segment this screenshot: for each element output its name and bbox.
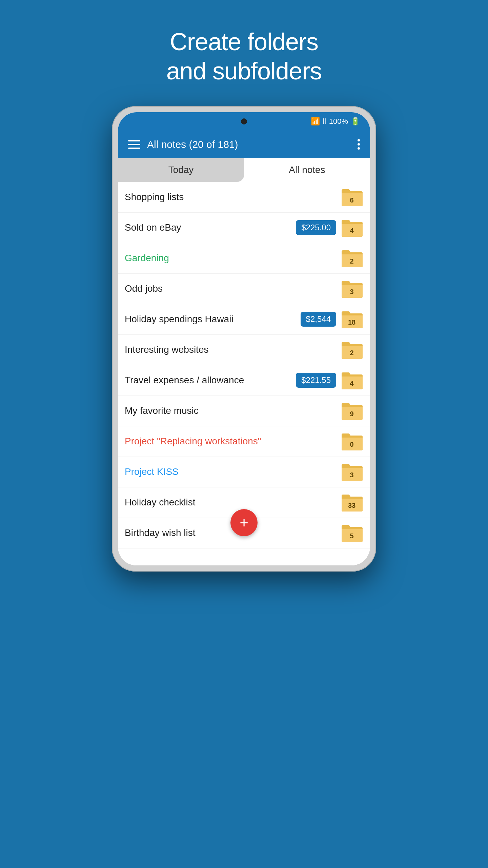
battery-icon: 🔋 [351, 117, 360, 126]
folder-icon: 5 [340, 523, 363, 543]
folder-count: 2 [350, 349, 353, 357]
app-header: All notes (20 of 181) [118, 131, 370, 158]
list-item[interactable] [118, 548, 370, 565]
folder-count: 3 [350, 471, 353, 479]
item-right: $2,544 18 [301, 309, 363, 329]
tab-today[interactable]: Today [118, 158, 244, 182]
item-right: 33 [340, 493, 363, 512]
folder-icon: 9 [340, 401, 363, 421]
folder-icon: 33 [340, 493, 363, 512]
item-label: Shopping lists [125, 192, 184, 202]
item-label: Sold on eBay [125, 222, 181, 233]
list-item[interactable]: Odd jobs 3 [118, 274, 370, 304]
page-title: Create folders and subfolders [166, 27, 322, 86]
header-title: All notes (20 of 181) [147, 139, 238, 150]
add-note-fab[interactable]: + [230, 509, 258, 536]
tab-all-notes[interactable]: All notes [244, 158, 370, 182]
item-label: Project "Replacing workstations" [125, 436, 261, 447]
item-label: Holiday spendings Hawaii [125, 314, 233, 325]
folder-icon: 2 [340, 340, 363, 360]
folder-count: 2 [350, 257, 353, 265]
tabs-bar: Today All notes [118, 158, 370, 182]
notes-list: Shopping lists 6 Sold on eBay [118, 182, 370, 565]
list-item[interactable]: Travel expenses / allowance $221.55 4 [118, 365, 370, 396]
list-item[interactable]: Birthday wish list 5 + [118, 518, 370, 548]
list-item[interactable]: Gardening 2 [118, 243, 370, 274]
item-label: Birthday wish list [125, 527, 196, 538]
status-icons: 📶 Ⅱ 100% 🔋 [311, 117, 360, 126]
item-label: Gardening [125, 253, 169, 264]
price-badge: $221.55 [296, 373, 336, 388]
list-item[interactable]: My favorite music 9 [118, 396, 370, 426]
item-right: 5 [340, 523, 363, 543]
folder-count: 6 [350, 196, 353, 204]
item-right: 2 [340, 340, 363, 360]
folder-count: 5 [350, 532, 353, 540]
add-icon: + [240, 515, 248, 530]
folder-icon: 6 [340, 187, 363, 207]
list-item[interactable]: Interesting websites 2 [118, 335, 370, 365]
item-right: $225.00 4 [296, 218, 363, 237]
battery-indicator: 100% [329, 117, 348, 126]
folder-icon: 2 [340, 248, 363, 268]
folder-count: 33 [348, 502, 355, 509]
wifi-icon: 📶 [311, 117, 320, 126]
item-label: Holiday checklist [125, 497, 196, 508]
item-right: 9 [340, 401, 363, 421]
item-label: Travel expenses / allowance [125, 375, 244, 386]
status-bar: 📶 Ⅱ 100% 🔋 [118, 112, 370, 131]
folder-icon: 0 [340, 431, 363, 451]
item-right: 3 [340, 279, 363, 298]
list-item[interactable]: Shopping lists 6 [118, 182, 370, 213]
price-badge: $2,544 [301, 312, 336, 327]
folder-count: 4 [350, 380, 353, 387]
folder-count: 18 [348, 319, 355, 326]
folder-icon: 4 [340, 370, 363, 390]
more-options-button[interactable] [358, 139, 360, 150]
folder-count: 4 [350, 227, 353, 235]
price-badge: $225.00 [296, 220, 336, 235]
list-item[interactable]: Holiday spendings Hawaii $2,544 18 [118, 304, 370, 335]
item-label: Odd jobs [125, 283, 163, 294]
list-item[interactable]: Sold on eBay $225.00 4 [118, 213, 370, 243]
item-right: $221.55 4 [296, 370, 363, 390]
folder-count: 0 [350, 441, 353, 448]
item-label: Project KISS [125, 466, 179, 477]
item-right: 6 [340, 187, 363, 207]
signal-icon: Ⅱ [323, 117, 326, 126]
folder-icon: 3 [340, 462, 363, 482]
list-item[interactable]: Project "Replacing workstations" 0 [118, 426, 370, 457]
folder-count: 9 [350, 410, 353, 418]
hamburger-menu-button[interactable] [128, 140, 140, 149]
folder-icon: 4 [340, 218, 363, 237]
item-label: Interesting websites [125, 344, 208, 355]
folder-icon: 18 [340, 309, 363, 329]
item-right: 3 [340, 462, 363, 482]
item-right: 0 [340, 431, 363, 451]
item-right: 2 [340, 248, 363, 268]
folder-icon: 3 [340, 279, 363, 298]
camera [241, 118, 247, 124]
list-item[interactable]: Project KISS 3 [118, 457, 370, 487]
phone-mockup: 📶 Ⅱ 100% 🔋 All notes (20 of 181) [112, 106, 376, 572]
item-label: My favorite music [125, 405, 199, 416]
folder-count: 3 [350, 288, 353, 296]
